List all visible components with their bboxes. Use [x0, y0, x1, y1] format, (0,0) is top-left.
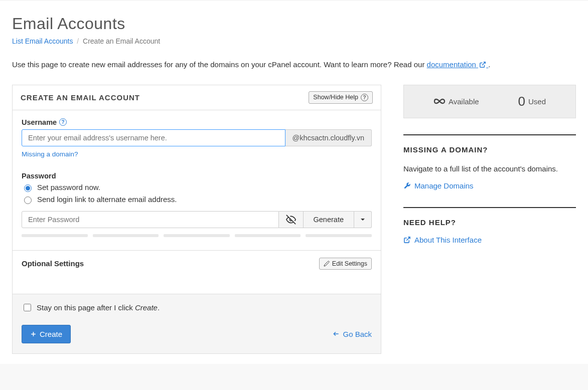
radio-send-link[interactable] [24, 197, 32, 204]
optional-settings-header: Optional Settings Edit Settings [13, 250, 381, 277]
arrow-left-icon [333, 330, 340, 337]
about-interface-link[interactable]: About This Interface [403, 236, 482, 244]
password-label: Password [22, 172, 56, 180]
stay-on-page-checkbox-row[interactable]: Stay on this page after I click Create. [22, 302, 372, 313]
domain-addon: @khcsactn.cloudfly.vn [285, 129, 372, 146]
go-back-link[interactable]: Go Back [333, 330, 372, 338]
used-count: 0 [518, 94, 525, 109]
svg-line-0 [482, 62, 485, 65]
help-icon[interactable]: ? [59, 118, 67, 126]
help-icon: ? [361, 94, 368, 101]
create-button[interactable]: Create [22, 325, 71, 343]
need-help-title: NEED HELP? [403, 218, 576, 227]
eye-off-icon [286, 215, 296, 225]
show-hide-help-button[interactable]: Show/Hide Help ? [309, 91, 373, 104]
password-input[interactable] [22, 211, 279, 228]
generate-password-button[interactable]: Generate [304, 211, 354, 228]
manage-domains-link[interactable]: Manage Domains [403, 181, 474, 190]
plus-icon [30, 331, 37, 337]
password-option-now[interactable]: Set password now. [22, 183, 372, 192]
wrench-icon [403, 182, 411, 189]
caret-down-icon [360, 217, 365, 222]
generate-dropdown-button[interactable] [354, 211, 372, 228]
page-title: Email Accounts [12, 15, 576, 33]
documentation-link[interactable]: documentation [427, 60, 489, 69]
create-email-panel: CREATE AN EMAIL ACCOUNT Show/Hide Help ?… [12, 85, 381, 354]
username-input[interactable] [22, 129, 285, 146]
radio-set-now[interactable] [24, 184, 32, 192]
intro-text: Use this page to create new email addres… [12, 59, 576, 71]
external-link-icon [403, 236, 411, 244]
pencil-icon [324, 261, 330, 267]
username-label: Username ? [22, 118, 67, 126]
breadcrumb-list-link[interactable]: List Email Accounts [12, 37, 73, 45]
toggle-visibility-button[interactable] [279, 211, 304, 228]
missing-domain-title: MISSING A DOMAIN? [403, 145, 576, 154]
stats-box: Available 0 Used [403, 85, 576, 118]
infinity-icon [433, 95, 446, 107]
password-option-link[interactable]: Send login link to alternate email addre… [22, 195, 372, 204]
breadcrumb-current: Create an Email Account [83, 37, 160, 45]
stay-on-page-checkbox[interactable] [24, 304, 31, 311]
breadcrumb: List Email Accounts / Create an Email Ac… [12, 37, 576, 45]
panel-title: CREATE AN EMAIL ACCOUNT [21, 93, 140, 102]
edit-settings-button[interactable]: Edit Settings [319, 258, 372, 270]
missing-domain-link[interactable]: Missing a domain? [22, 150, 78, 158]
external-link-icon [479, 61, 486, 68]
missing-domain-text: Navigate to a full list of the account's… [403, 163, 576, 174]
password-strength-meter [22, 234, 372, 237]
svg-line-4 [406, 237, 410, 241]
breadcrumb-separator: / [77, 37, 79, 45]
